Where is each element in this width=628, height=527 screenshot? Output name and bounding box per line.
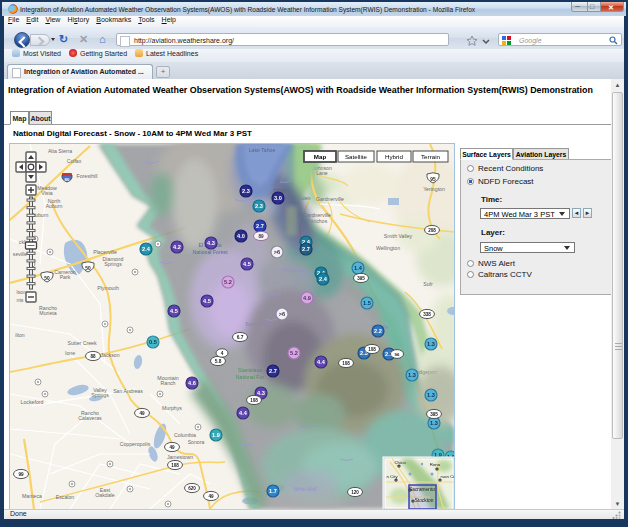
svg-text:4.0: 4.0 [237, 233, 245, 239]
svg-text:4.3: 4.3 [207, 240, 215, 246]
svg-text:395: 395 [357, 276, 365, 281]
svg-text:Plymouth: Plymouth [97, 285, 119, 291]
svg-text:2.3: 2.3 [255, 203, 263, 209]
svg-text:2.2: 2.2 [374, 328, 382, 334]
svg-text:2.7: 2.7 [302, 246, 310, 252]
svg-text:Bear Valley: Bear Valley [245, 321, 271, 327]
svg-text:Lane: Lane [316, 170, 328, 176]
svg-text:Springs: Springs [91, 392, 109, 398]
svg-text:Springs: Springs [104, 261, 122, 267]
svg-text:4.4: 4.4 [317, 359, 326, 365]
svg-text:1.3: 1.3 [408, 372, 416, 378]
svg-text:Stockton: Stockton [415, 498, 434, 503]
svg-text:0.5: 0.5 [149, 339, 157, 345]
svg-text:Lake Tahoe: Lake Tahoe [249, 147, 276, 153]
svg-text:Jackson: Jackson [100, 352, 119, 358]
svg-text:1.3: 1.3 [427, 392, 435, 398]
svg-text:Columbia: Columbia [174, 432, 196, 438]
svg-text:rson Cit: rson Cit [440, 474, 454, 479]
svg-text:Smith Valley: Smith Valley [384, 233, 413, 239]
svg-text:620: 620 [188, 486, 196, 491]
svg-text:4.4: 4.4 [239, 410, 248, 416]
svg-text:108: 108 [368, 347, 376, 352]
svg-text:>6: >6 [279, 311, 285, 317]
svg-text:Stanislaus: Stanislaus [238, 367, 262, 373]
svg-text:Sonora: Sonora [188, 439, 205, 445]
svg-text:Foresthill: Foresthill [76, 173, 97, 179]
svg-text:Park: Park [60, 274, 71, 280]
svg-text:6.7: 6.7 [237, 335, 244, 340]
svg-text:1.3: 1.3 [427, 341, 435, 347]
svg-text:88: 88 [90, 354, 96, 359]
svg-text:99: 99 [18, 472, 24, 477]
svg-text:49: 49 [169, 445, 175, 450]
svg-text:4: 4 [221, 351, 224, 356]
svg-text:120: 120 [351, 490, 359, 495]
svg-text:Satellite: Satellite [345, 153, 368, 160]
svg-text:4.5: 4.5 [203, 298, 211, 304]
svg-text:5.2: 5.2 [224, 279, 232, 285]
svg-text:National For: National For [236, 374, 265, 380]
svg-text:96: 96 [395, 352, 400, 357]
svg-text:Calaveras: Calaveras [78, 415, 102, 421]
svg-text:4.9: 4.9 [303, 295, 311, 301]
svg-text:ilton: ilton [15, 332, 25, 338]
svg-text:49: 49 [139, 411, 145, 416]
svg-text:>6: >6 [274, 249, 280, 255]
svg-text:50: 50 [44, 276, 50, 281]
svg-text:Vista: Vista [41, 190, 53, 196]
svg-text:2.4: 2.4 [142, 246, 151, 252]
svg-text:Oakdale: Oakdale [95, 492, 114, 498]
svg-text:Sierra-at-: Sierra-at- [263, 292, 282, 297]
svg-text:3.0: 3.0 [274, 195, 282, 201]
svg-text:Placerville: Placerville [93, 249, 117, 255]
svg-text:Wellington: Wellington [376, 245, 400, 251]
svg-text:4.6: 4.6 [188, 380, 196, 386]
svg-text:108: 108 [250, 398, 258, 403]
svg-text:Reno: Reno [430, 462, 441, 467]
svg-text:Yerington: Yerington [423, 186, 445, 192]
svg-text:Chico: Chico [394, 460, 406, 465]
svg-text:1.9: 1.9 [212, 432, 220, 438]
svg-text:80: 80 [65, 177, 70, 182]
svg-text:Auburn: Auburn [46, 203, 63, 209]
svg-text:Terrain: Terrain [421, 153, 440, 160]
svg-text:San Andreas: San Andreas [113, 388, 143, 394]
svg-text:1.3: 1.3 [430, 420, 438, 426]
svg-text:Gardnerville: Gardnerville [316, 196, 344, 202]
svg-text:seville: seville [13, 251, 28, 257]
svg-text:Hybrid: Hybrid [385, 153, 403, 160]
svg-text:Escalon: Escalon [56, 494, 75, 500]
svg-text:Map: Map [314, 153, 327, 160]
svg-text:5.2: 5.2 [290, 350, 298, 356]
svg-text:5.8: 5.8 [215, 359, 222, 364]
svg-text:Ranch: Ranch [161, 380, 176, 386]
svg-text:Murieta: Murieta [39, 310, 56, 316]
svg-text:Lockeford: Lockeford [21, 399, 44, 405]
svg-text:2.7: 2.7 [256, 223, 264, 229]
svg-text:2.3: 2.3 [242, 188, 250, 194]
svg-text:Alta Sierra: Alta Sierra [48, 148, 72, 154]
svg-text:Ione: Ione [65, 350, 75, 356]
svg-text:50: 50 [85, 266, 91, 271]
svg-text:Sufr: Sufr [423, 281, 433, 287]
svg-text:Murphys: Murphys [162, 405, 182, 411]
svg-text:Jamestown: Jamestown [167, 454, 193, 460]
svg-text:4.2: 4.2 [173, 244, 181, 250]
svg-text:395: 395 [430, 412, 438, 417]
svg-text:1.7: 1.7 [269, 488, 277, 494]
svg-text:National Forest: National Forest [192, 249, 228, 255]
svg-text:Sutter Creek: Sutter Creek [67, 340, 97, 346]
svg-text:Huckleberry: Huckleberry [282, 267, 309, 273]
svg-text:95: 95 [430, 177, 436, 182]
svg-text:338: 338 [423, 312, 431, 317]
svg-text:89: 89 [258, 234, 264, 239]
svg-text:4.3: 4.3 [257, 390, 265, 396]
svg-text:Colfax: Colfax [67, 158, 82, 164]
svg-text:2.4: 2.4 [319, 276, 328, 282]
svg-text:White Wolf: White Wolf [293, 487, 317, 492]
svg-text:Copperopolis: Copperopolis [120, 441, 151, 447]
svg-text:49: 49 [208, 494, 214, 499]
svg-text:208: 208 [428, 228, 436, 233]
svg-text:4.5: 4.5 [243, 261, 251, 267]
